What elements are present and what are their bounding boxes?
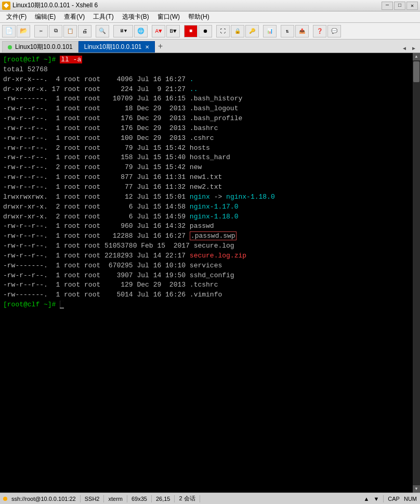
status-sep-3 (127, 495, 127, 502)
tab-prev-arrow[interactable]: ◀ (400, 44, 409, 53)
tb-fullscreen[interactable]: ⛶ (216, 25, 230, 37)
status-ssh-label: ssh://root@10.0.0.101:22 (11, 496, 76, 502)
list-item: -rw-------. 1 root root 5014 Jul 16 16:2… (3, 290, 417, 300)
list-item: -rw-r--r--. 1 root root 176 Dec 29 2013 … (3, 114, 417, 124)
status-protocol: SSH2 (85, 496, 100, 502)
list-item: -rw-------. 1 root root 670295 Jul 16 10… (3, 261, 417, 271)
tab-next-arrow[interactable]: ▶ (410, 44, 418, 53)
tb-cut[interactable]: ✂ (34, 25, 48, 37)
status-bar: ssh://root@10.0.0.101:22 SSH2 xterm 69x3… (0, 493, 420, 504)
list-item: dr-xr-xr-x. 17 root root 224 Jul 9 21:27… (3, 85, 417, 95)
minimize-button[interactable]: ─ (382, 2, 393, 10)
scroll-up-button[interactable]: ▲ (413, 53, 420, 60)
list-item: -rw-r--r--. 1 root root 3907 Jul 14 19:5… (3, 271, 417, 281)
list-item: -rw-r--r--. 1 root root 100 Dec 29 2013 … (3, 134, 417, 144)
status-down-arrow[interactable]: ▼ (373, 496, 379, 502)
list-item: -rw-r--r--. 1 root root 18 Dec 29 2013 .… (3, 104, 417, 114)
tb-monitor[interactable]: 📊 (263, 25, 277, 37)
tb-stop[interactable]: ■ (184, 25, 198, 37)
list-item: -rw-r--r--. 2 root root 79 Jul 15 15:42 … (3, 163, 417, 173)
tb-bold[interactable]: B▼ (166, 25, 180, 37)
status-sep-7 (383, 495, 384, 502)
status-num: NUM (404, 496, 417, 502)
tab-bar: Linux10期10.0.0.101 Linux10期10.0.0.101 ✕ … (0, 40, 420, 53)
list-item: -rw-r--r--. 1 root root 176 Dec 29 2013 … (3, 124, 417, 134)
status-connection-dot (3, 497, 7, 501)
window-controls: ─ □ ✕ (382, 2, 418, 10)
list-item: -rw-r--r--. 1 root root 12288 Jul 16 16:… (3, 231, 417, 241)
terminal-prompt-line: [root@clf ~]# ll -a (3, 55, 417, 65)
menu-file[interactable]: 文件(F) (2, 11, 31, 22)
command-highlight: ll -a (60, 56, 82, 63)
list-item: -rw-r--r--. 1 root root 129 Dec 29 2013 … (3, 280, 417, 290)
tab-navigation: ◀ ▶ (400, 44, 418, 53)
status-sessions: 2 会话 (179, 495, 195, 502)
menu-tools[interactable]: 工具(T) (89, 11, 117, 22)
terminal-prompt-line-2: [root@clf ~]# █ (3, 300, 417, 310)
close-button[interactable]: ✕ (406, 2, 418, 10)
tb-help[interactable]: ❓ (313, 25, 326, 37)
list-item: -rw-r--r--. 1 root root 158 Jul 15 15:40… (3, 153, 417, 163)
tb-globe[interactable]: 🌐 (134, 25, 148, 37)
tb-color[interactable]: A▼ (152, 25, 165, 37)
title-bar: Linux10期10.0.0.101 - Xshell 6 ─ □ ✕ (0, 0, 420, 11)
status-encoding: xterm (108, 496, 123, 502)
tab-label-1: Linux10期10.0.0.101 (15, 43, 73, 51)
maximize-button[interactable]: □ (394, 2, 405, 10)
tab-label-2: Linux10期10.0.0.101 (84, 43, 142, 51)
status-sep-2 (103, 495, 104, 502)
tb-chat[interactable]: 💬 (327, 25, 341, 37)
list-item: -rw-r--r--. 1 root root 77 Jul 16 11:32 … (3, 183, 417, 192)
tb-print[interactable]: 🖨 (78, 25, 91, 37)
list-item: -rw-------. 1 root root 10709 Jul 16 16:… (3, 94, 417, 104)
tb-sftp[interactable]: 📤 (295, 25, 309, 37)
tb-copy[interactable]: ⧉ (49, 25, 62, 37)
tb-rec[interactable]: ⏺ (199, 25, 212, 37)
tb-key[interactable]: 🔑 (245, 25, 259, 37)
tb-open[interactable]: 📂 (17, 25, 30, 37)
menu-bar: 文件(F) 编辑(E) 查看(V) 工具(T) 选项卡(B) 窗口(W) 帮助(… (0, 11, 420, 23)
xshell-icon (2, 2, 10, 10)
status-sep-4 (151, 495, 152, 502)
status-sep-5 (174, 495, 175, 502)
prompt-text-2: [root@clf ~]# (3, 301, 60, 308)
list-item: lrwxrwxrwx. 1 root root 12 Jul 15 15:01 … (3, 192, 417, 202)
status-scroll-pos: 26,15 (156, 496, 170, 502)
status-terminal-size: 69x35 (132, 496, 147, 502)
status-caps: CAP (388, 496, 400, 502)
tab-add-button[interactable]: + (155, 41, 166, 53)
title-bar-left: Linux10期10.0.0.101 - Xshell 6 (2, 1, 98, 10)
list-item: -rw-r--r--. 1 root root 2218293 Jul 14 2… (3, 251, 417, 261)
toolbar: 📄 📂 ✂ ⧉ 📋 🖨 🔍 🖥▼ 🌐 A▼ B▼ ■ ⏺ ⛶ 🔒 🔑 📊 ⇅ 📤… (0, 23, 420, 40)
list-item: -rw-r--r--. 1 root root 51053780 Feb 15 … (3, 241, 417, 251)
tb-new[interactable]: 📄 (2, 25, 16, 37)
menu-window[interactable]: 窗口(W) (153, 11, 184, 22)
line-total: total 52768 (3, 65, 417, 75)
menu-tabs[interactable]: 选项卡(B) (118, 11, 153, 22)
terminal-area[interactable]: [root@clf ~]# ll -a total 52768 dr-xr-x-… (0, 53, 420, 493)
tab-close-2[interactable]: ✕ (145, 44, 149, 50)
terminal-scrollbar[interactable]: ▲ ▼ (413, 53, 420, 493)
tb-search[interactable]: 🔍 (96, 25, 109, 37)
list-item: drwxr-xr-x. 2 root root 6 Jul 15 14:58 n… (3, 202, 417, 212)
tb-paste[interactable]: 📋 (63, 25, 77, 37)
scroll-thumb[interactable] (413, 61, 419, 82)
menu-edit[interactable]: 编辑(E) (31, 11, 60, 22)
tb-connect[interactable]: 🖥▼ (113, 25, 133, 37)
tb-transfer[interactable]: ⇅ (281, 25, 294, 37)
menu-help[interactable]: 帮助(H) (184, 11, 214, 22)
list-item: dr-xr-x---. 4 root root 4096 Jul 16 16:2… (3, 75, 417, 85)
tab-1[interactable]: Linux10期10.0.0.101 (2, 41, 78, 53)
tab-dot-1 (8, 45, 12, 49)
scroll-down-button[interactable]: ▼ (413, 485, 420, 493)
tab-2[interactable]: Linux10期10.0.0.101 ✕ (78, 41, 155, 53)
status-sep-1 (80, 495, 81, 502)
list-item: -rw-r--r--. 2 root root 79 Jul 15 15:42 … (3, 144, 417, 153)
prompt-text: [root@clf ~]# (3, 56, 60, 63)
list-item: drwxr-xr-x. 2 root root 6 Jul 15 14:59 n… (3, 212, 417, 222)
tb-lock[interactable]: 🔒 (231, 25, 244, 37)
window-title: Linux10期10.0.0.101 - Xshell 6 (12, 1, 98, 10)
status-up-arrow[interactable]: ▲ (364, 496, 370, 502)
menu-view[interactable]: 查看(V) (60, 11, 89, 22)
list-item: -rw-r--r--. 1 root root 877 Jul 16 11:31… (3, 173, 417, 183)
